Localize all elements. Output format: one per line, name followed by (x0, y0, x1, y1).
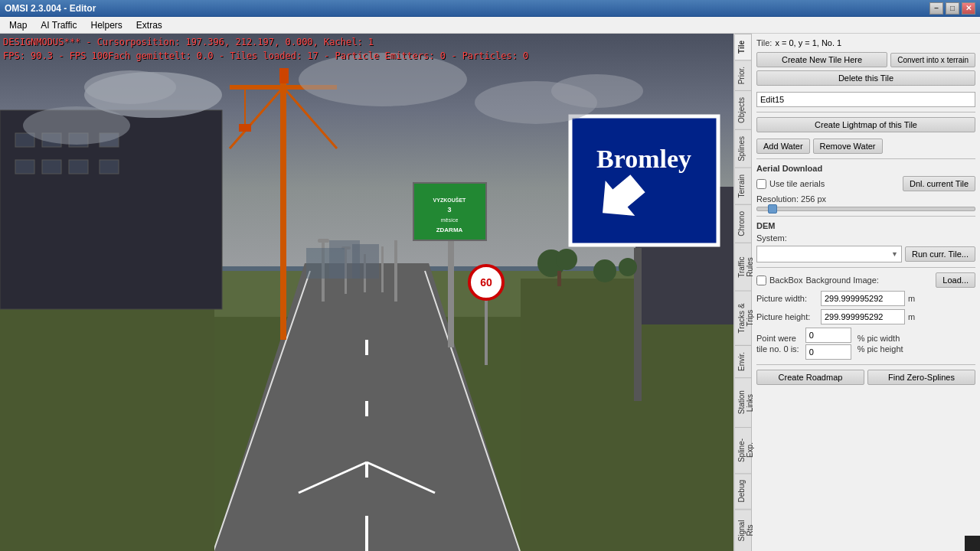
system-row: System: (756, 233, 975, 243)
tab-tracks-trips[interactable]: Tracks & Trips (735, 291, 751, 345)
svg-text:Bromley: Bromley (596, 145, 691, 173)
menu-ai-traffic[interactable]: AI Traffic (34, 18, 83, 32)
titlebar-controls: – □ ✕ (929, 2, 975, 15)
system-dropdown[interactable]: ▼ (756, 246, 902, 262)
create-roadmap-button[interactable]: Create Roadmap (756, 370, 864, 385)
picture-width-input[interactable] (821, 291, 905, 306)
dem-title: DEM (756, 221, 975, 230)
tab-debug[interactable]: Debug (735, 473, 751, 508)
svg-point-59 (619, 258, 637, 276)
tab-spline-exp[interactable]: Spline-Exp. (735, 427, 751, 473)
convert-terrain-button[interactable]: Convert into x terrain (890, 53, 975, 67)
system-dropdown-row: ▼ Run curr. Tile... (756, 246, 975, 262)
use-tile-aerials-row: Use tile aerials Dnl. current Tile (756, 176, 975, 191)
tab-splines[interactable]: Splines (735, 129, 751, 168)
close-button[interactable]: ✕ (962, 2, 975, 15)
svg-point-64 (551, 74, 643, 108)
resolution-label: Resolution: 256 px (756, 194, 826, 204)
background-image-checkbox[interactable] (756, 276, 766, 285)
find-zero-splines-button[interactable]: Find Zero-Splines (867, 370, 975, 385)
slider-thumb (768, 204, 777, 214)
bottom-right-square (965, 536, 980, 551)
tab-traffic-rules[interactable]: Traffic Rules (735, 243, 751, 292)
create-lightmap-button[interactable]: Create Lightmap of this Tile (756, 117, 975, 132)
create-new-tile-button[interactable]: Create New Tile Here (756, 52, 887, 67)
tab-tile[interactable]: Tile (735, 34, 751, 60)
roadmap-row: Create Roadmap Find Zero-Splines (756, 370, 975, 385)
dnl-current-tile-button[interactable]: Dnl. current Tile (903, 176, 975, 191)
menu-map[interactable]: Map (3, 18, 33, 32)
svg-text:60: 60 (480, 276, 492, 289)
tile-no-0-label: tile no. 0 is: (756, 344, 799, 354)
titlebar: OMSI 2.3.004 - Editor – □ ✕ (0, 0, 980, 17)
maximize-button[interactable]: □ (946, 2, 959, 15)
pic-height-pct-label: % pic height (858, 344, 903, 354)
svg-rect-29 (239, 124, 251, 132)
svg-text:3: 3 (447, 206, 451, 214)
right-panel: Tile Prior. Objects Splines Terrain Chro… (733, 34, 980, 551)
create-convert-row: Create New Tile Here Convert into x terr… (756, 52, 975, 67)
edit-input[interactable] (756, 92, 975, 107)
svg-point-62 (299, 53, 467, 106)
divider-5 (756, 364, 975, 365)
picture-height-unit: m (908, 312, 915, 321)
point-y-input[interactable] (805, 344, 851, 360)
svg-point-56 (556, 249, 577, 270)
background-box-label: BackBox (769, 276, 802, 285)
tab-station-links[interactable]: Station Links (735, 377, 751, 427)
pic-width-pct-label: % pic width (858, 334, 903, 343)
divider-2 (756, 158, 975, 159)
dropdown-arrow-icon: ▼ (891, 250, 898, 258)
menubar: Map AI Traffic Helpers Extras (0, 17, 980, 34)
menu-extras[interactable]: Extras (130, 18, 168, 32)
delete-tile-row: Delete this Tile (756, 70, 975, 89)
water-row: Add Water Remove Water (756, 139, 975, 154)
background-image-row: BackBox Background Image: Load... (756, 272, 975, 288)
use-tile-aerials-label: Use tile aerials (769, 179, 825, 188)
remove-water-button[interactable]: Remove Water (813, 139, 883, 154)
lightmap-row: Create Lightmap of this Tile (756, 117, 975, 135)
svg-rect-19 (42, 160, 61, 174)
svg-rect-21 (100, 160, 119, 174)
panel-content: Tile: x = 0, y = 1, No. 1 Create New Til… (752, 34, 980, 551)
picture-height-input[interactable] (821, 309, 905, 324)
delete-tile-button[interactable]: Delete this Tile (756, 70, 975, 86)
svg-point-58 (593, 259, 616, 282)
picture-height-label: Picture height: (756, 312, 818, 321)
tab-terrain[interactable]: Terrain (735, 168, 751, 204)
tab-prior[interactable]: Prior. (735, 60, 751, 90)
scene-svg: VYZKOUŠET 3 měsíce ZDARMA 60 Bromley (0, 34, 733, 551)
svg-line-25 (230, 87, 283, 148)
menu-helpers[interactable]: Helpers (84, 18, 128, 32)
tab-strip: Tile Prior. Objects Splines Terrain Chro… (735, 34, 752, 551)
add-water-button[interactable]: Add Water (756, 139, 810, 154)
svg-text:ZDARMA: ZDARMA (436, 227, 463, 233)
divider-3 (756, 216, 975, 217)
tab-chrono[interactable]: Chrono (735, 204, 751, 243)
background-image-label: Background Image: (805, 276, 878, 285)
aerial-download-title: Aerial Download (756, 164, 975, 173)
viewport-3d: VYZKOUŠET 3 měsíce ZDARMA 60 Bromley (0, 34, 733, 551)
tab-envir[interactable]: Envir. (735, 345, 751, 377)
point-x-input[interactable] (805, 328, 851, 343)
resolution-row: Resolution: 256 px (756, 194, 975, 204)
system-label: System: (756, 233, 787, 243)
load-button[interactable]: Load... (936, 272, 975, 288)
svg-rect-30 (448, 233, 454, 347)
minimize-button[interactable]: – (929, 2, 943, 15)
svg-rect-50 (381, 246, 384, 292)
resolution-slider[interactable] (756, 207, 975, 211)
use-tile-aerials-checkbox[interactable] (756, 179, 766, 189)
picture-width-unit: m (908, 294, 915, 303)
point-row: Point were tile no. 0 is: % pic width % … (756, 328, 975, 360)
edit-row (756, 92, 975, 107)
svg-point-61 (84, 70, 176, 104)
svg-rect-54 (352, 244, 379, 279)
tab-signal-rts[interactable]: Signal Rts (735, 509, 751, 551)
run-curr-tile-button[interactable]: Run curr. Tile... (905, 246, 975, 262)
svg-rect-27 (279, 68, 289, 83)
svg-rect-57 (557, 271, 561, 286)
tab-objects[interactable]: Objects (735, 90, 751, 129)
svg-rect-20 (69, 160, 88, 174)
picture-width-row: Picture width: m (756, 291, 975, 306)
